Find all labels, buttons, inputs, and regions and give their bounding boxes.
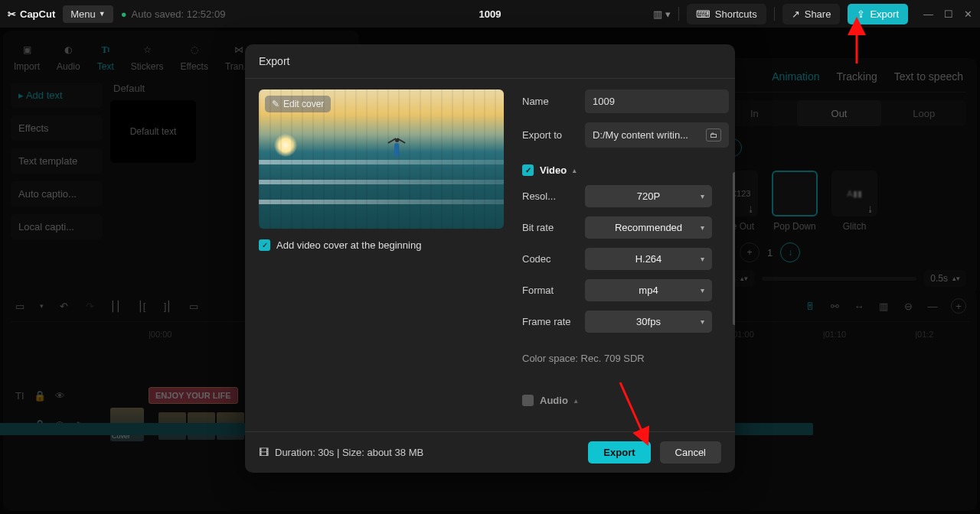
export-button-top[interactable]: ⇪ Export (848, 4, 908, 24)
exportto-row: Export to D:/My content writin... 🗀 (522, 122, 729, 148)
export-icon: ⇪ (857, 8, 865, 20)
export-form: Name Export to D:/My content writin... 🗀… (522, 89, 729, 421)
share-icon: ↗ (792, 8, 800, 20)
video-section-head[interactable]: ✓ Video ▴ (522, 164, 729, 176)
cover-column: ✎ Edit cover ✓ Add video cover at the be… (259, 89, 504, 421)
name-input[interactable] (585, 89, 729, 113)
logo-text: CapCut (20, 8, 55, 20)
check-icon: ● (121, 8, 127, 20)
film-icon: 🎞 (259, 447, 269, 458)
divider (774, 7, 775, 21)
scrollbar[interactable] (733, 172, 735, 325)
format-label: Format (522, 285, 576, 296)
maximize-icon[interactable]: ☐ (944, 8, 953, 20)
chevron-up-icon: ▴ (573, 167, 577, 174)
chevron-up-icon: ▴ (574, 397, 578, 405)
resolution-label: Resol... (522, 190, 576, 202)
colorspace-text: Color space: Rec. 709 SDR (522, 353, 729, 364)
window-controls: — ☐ ✕ (923, 8, 972, 20)
modal-footer: 🎞 Duration: 30s | Size: about 38 MB Expo… (245, 431, 735, 473)
add-cover-label: Add video cover at the beginning (276, 239, 421, 251)
pencil-icon: ✎ (272, 99, 279, 109)
export-modal: Export ✎ Edit cover ✓ Add video cover at… (245, 44, 735, 473)
export-label: Export (870, 8, 899, 20)
name-label: Name (522, 96, 576, 107)
edit-cover-button[interactable]: ✎ Edit cover (265, 96, 331, 112)
resolution-dropdown[interactable]: 720P (585, 185, 712, 207)
divider (678, 7, 679, 21)
exportto-label: Export to (522, 129, 576, 141)
name-row: Name (522, 89, 729, 113)
keyboard-icon: ⌨ (696, 8, 710, 20)
sun-graphic (274, 134, 297, 157)
checkbox-checked-icon[interactable]: ✓ (259, 239, 270, 251)
checkbox-unchecked-icon[interactable] (522, 395, 534, 406)
shortcuts-label: Shortcuts (715, 8, 757, 20)
autosave-status: ● Auto saved: 12:52:09 (121, 8, 226, 20)
framerate-dropdown[interactable]: 30fps (585, 311, 712, 333)
topbar-right: ▥ ▾ ⌨ Shortcuts ↗ Share ⇪ Export — ☐ ✕ (653, 4, 972, 24)
codec-label: Codec (522, 253, 576, 265)
format-dropdown[interactable]: mp4 (585, 279, 712, 301)
bitrate-dropdown[interactable]: Recommended (585, 216, 712, 239)
modal-title: Export (245, 44, 735, 79)
duration-info: 🎞 Duration: 30s | Size: about 38 MB (259, 447, 423, 458)
checkbox-checked-icon[interactable]: ✓ (522, 164, 534, 176)
cancel-button[interactable]: Cancel (660, 441, 721, 464)
project-title: 1009 (479, 8, 501, 20)
cover-preview: ✎ Edit cover (259, 89, 504, 229)
share-button[interactable]: ↗ Share (782, 4, 841, 24)
menu-label: Menu (70, 8, 96, 20)
person-graphic (387, 135, 406, 166)
shortcuts-button[interactable]: ⌨ Shortcuts (687, 4, 766, 24)
folder-icon[interactable]: 🗀 (706, 128, 721, 142)
audio-section-head[interactable]: Audio ▴ (522, 395, 729, 406)
share-label: Share (805, 8, 831, 20)
layout-icon[interactable]: ▥ ▾ (653, 8, 671, 20)
close-icon[interactable]: ✕ (964, 8, 972, 20)
minimize-icon[interactable]: — (923, 8, 933, 20)
menu-button[interactable]: Menu ▼ (63, 5, 113, 23)
add-cover-checkbox-row[interactable]: ✓ Add video cover at the beginning (259, 239, 504, 251)
logo-icon: ✂ (8, 8, 16, 20)
top-bar: ✂ CapCut Menu ▼ ● Auto saved: 12:52:09 1… (0, 0, 980, 28)
autosave-text: Auto saved: 12:52:09 (132, 8, 226, 20)
bitrate-label: Bit rate (522, 222, 576, 233)
exportto-input[interactable]: D:/My content writin... 🗀 (585, 122, 729, 148)
chevron-down-icon: ▼ (99, 10, 106, 18)
framerate-label: Frame rate (522, 316, 576, 327)
export-confirm-button[interactable]: Export (588, 441, 650, 464)
codec-dropdown[interactable]: H.264 (585, 248, 712, 270)
app-logo: ✂ CapCut (8, 8, 55, 20)
